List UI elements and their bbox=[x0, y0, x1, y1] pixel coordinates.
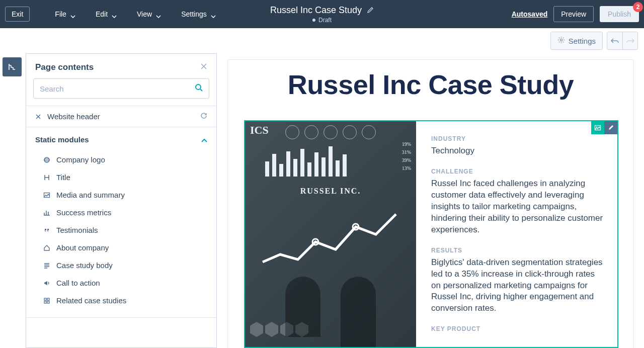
key-product-label: KEY PRODUCT bbox=[431, 325, 605, 332]
menu-edit-label: Edit bbox=[96, 10, 108, 18]
module-label: Related case studies bbox=[56, 296, 126, 305]
chevron-down-icon bbox=[156, 12, 161, 17]
gear-icon bbox=[557, 36, 565, 45]
module-label: Call to action bbox=[56, 279, 100, 287]
module-related-case-studies[interactable]: Related case studies bbox=[26, 292, 216, 309]
page-settings-button[interactable]: Settings bbox=[550, 32, 603, 50]
menu-file[interactable]: File bbox=[45, 10, 86, 18]
chevron-up-icon bbox=[201, 135, 207, 144]
paragraph-icon bbox=[43, 262, 51, 269]
svg-point-3 bbox=[44, 159, 49, 161]
module-testimonials[interactable]: Testimonials bbox=[26, 221, 216, 239]
panel-title: Page contents bbox=[35, 62, 94, 72]
module-label: Case study body bbox=[56, 261, 113, 270]
svg-point-2 bbox=[44, 157, 49, 162]
hero-people bbox=[245, 277, 416, 347]
hero-corner-text: ICS bbox=[250, 124, 269, 137]
menu-file-label: File bbox=[55, 10, 66, 18]
svg-point-0 bbox=[560, 39, 562, 41]
menu-edit[interactable]: Edit bbox=[86, 10, 127, 18]
close-icon[interactable] bbox=[200, 62, 207, 72]
module-website-header-label: Website header bbox=[47, 112, 100, 121]
hero-percent-labels: 19%31%39%13% bbox=[402, 140, 411, 172]
heading-icon bbox=[43, 174, 51, 181]
svg-rect-8 bbox=[47, 301, 49, 303]
publish-badge: 2 bbox=[633, 2, 643, 12]
module-about-company[interactable]: About company bbox=[26, 239, 216, 256]
preview-button[interactable]: Preview bbox=[553, 6, 594, 22]
close-small-icon bbox=[35, 114, 42, 120]
industry-label: INDUSTRY bbox=[431, 135, 605, 142]
hero-top-icons bbox=[285, 125, 411, 139]
search-box[interactable] bbox=[33, 78, 209, 99]
page-settings-label: Settings bbox=[569, 37, 596, 45]
module-media-summary[interactable]: Media and summary bbox=[26, 186, 216, 204]
module-call-to-action[interactable]: Call to action bbox=[26, 274, 216, 292]
menu-settings-label: Settings bbox=[181, 10, 207, 18]
static-modules-section[interactable]: Static modules bbox=[26, 127, 216, 149]
secondary-toolbar: Settings bbox=[0, 28, 644, 53]
module-label: About company bbox=[56, 243, 109, 252]
chevron-down-icon bbox=[211, 12, 216, 17]
svg-point-1 bbox=[196, 84, 201, 90]
doc-title-area: Russel Inc Case Study Draft bbox=[270, 5, 374, 24]
module-title[interactable]: Title bbox=[26, 168, 216, 186]
module-label: Success metrics bbox=[56, 208, 111, 217]
redo-button[interactable] bbox=[622, 32, 637, 49]
block-toolbar bbox=[591, 121, 617, 134]
menu-view[interactable]: View bbox=[127, 10, 171, 18]
hero-trend-line bbox=[260, 212, 401, 272]
autosaved-link[interactable]: Autosaved bbox=[512, 10, 548, 18]
quote-icon bbox=[43, 227, 51, 234]
hero-brand-text: RUSSEL INC. bbox=[300, 187, 361, 196]
module-website-header[interactable]: Website header bbox=[26, 106, 216, 127]
page-contents-rail-button[interactable] bbox=[3, 57, 22, 76]
publish-button[interactable]: Publish 2 bbox=[600, 6, 639, 22]
module-list: Company logo Title Media and summary Suc… bbox=[26, 149, 216, 318]
hero-bars bbox=[265, 146, 347, 177]
menu-settings[interactable]: Settings bbox=[171, 10, 226, 18]
media-summary-block[interactable]: ICS 19%31%39%13% RUSSEL INC. bbox=[244, 120, 618, 348]
block-edit-button[interactable] bbox=[604, 121, 617, 134]
page-heading[interactable]: Russel Inc Case Study bbox=[228, 69, 633, 100]
publish-label: Publish bbox=[608, 10, 631, 18]
chevron-down-icon bbox=[70, 12, 75, 17]
status-dot-icon bbox=[312, 19, 315, 22]
search-icon[interactable] bbox=[195, 83, 203, 94]
edit-title-icon[interactable] bbox=[367, 7, 374, 14]
module-company-logo[interactable]: Company logo bbox=[26, 151, 216, 168]
grid-icon bbox=[43, 297, 51, 304]
topbar: Exit File Edit View Settings Russel Inc … bbox=[0, 0, 644, 28]
chevron-down-icon bbox=[112, 12, 117, 17]
module-label: Title bbox=[56, 173, 70, 182]
hero-image[interactable]: ICS 19%31%39%13% RUSSEL INC. bbox=[245, 121, 416, 347]
results-label: RESULTS bbox=[431, 247, 605, 254]
module-label: Company logo bbox=[56, 155, 105, 164]
search-input[interactable] bbox=[40, 84, 195, 93]
menu-view-label: View bbox=[137, 10, 152, 18]
challenge-value: Russel Inc faced challenges in analyzing… bbox=[431, 178, 605, 236]
home-icon bbox=[43, 244, 51, 251]
block-image-button[interactable] bbox=[591, 121, 604, 134]
undo-button[interactable] bbox=[607, 32, 622, 49]
bar-chart-icon bbox=[43, 209, 51, 216]
summary-panel[interactable]: INDUSTRY Technology CHALLENGE Russel Inc… bbox=[416, 121, 617, 347]
doc-status: Draft bbox=[312, 17, 332, 24]
module-label: Testimonials bbox=[56, 226, 98, 234]
results-value: Biglytics' data-driven segmentation stra… bbox=[431, 257, 605, 315]
exit-button[interactable]: Exit bbox=[5, 7, 30, 22]
challenge-label: CHALLENGE bbox=[431, 168, 605, 175]
industry-value: Technology bbox=[431, 145, 605, 157]
module-case-study-body[interactable]: Case study body bbox=[26, 256, 216, 274]
logo-icon bbox=[43, 156, 51, 163]
module-success-metrics[interactable]: Success metrics bbox=[26, 204, 216, 221]
page-canvas: Russel Inc Case Study ICS 19%31%39%13% R… bbox=[227, 59, 634, 348]
page-contents-panel: Page contents Website header Static modu… bbox=[26, 53, 217, 348]
refresh-icon[interactable] bbox=[200, 112, 207, 121]
topbar-actions: Autosaved Preview Publish 2 bbox=[512, 6, 639, 22]
svg-rect-7 bbox=[44, 301, 46, 303]
svg-rect-5 bbox=[44, 298, 46, 300]
image-icon bbox=[43, 192, 51, 199]
static-modules-label: Static modules bbox=[35, 135, 89, 144]
doc-title: Russel Inc Case Study bbox=[270, 5, 362, 16]
